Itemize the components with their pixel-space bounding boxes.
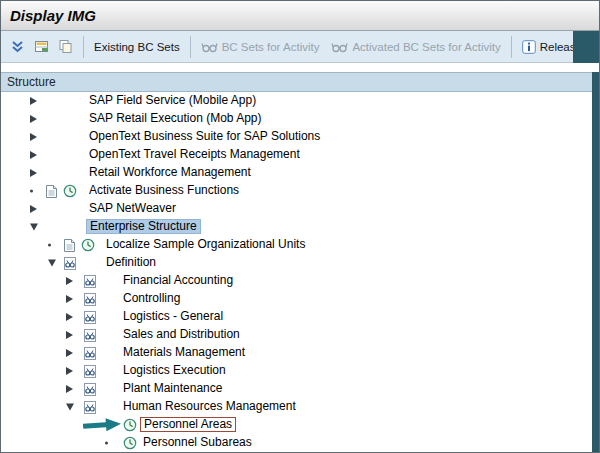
toolbar-separator: [190, 36, 191, 58]
expand-arrow-icon[interactable]: [66, 295, 73, 303]
collapse-arrow-icon[interactable]: [48, 260, 56, 267]
expand-arrow-icon[interactable]: [66, 349, 73, 357]
tree-item-label[interactable]: Sales and Distribution: [120, 327, 243, 342]
tree-item-label[interactable]: OpenText Travel Receipts Management: [86, 147, 303, 162]
document-icon[interactable]: [45, 184, 60, 199]
tree-row: SAP Field Service (Mobile App): [1, 92, 594, 110]
tree-item-label[interactable]: Localize Sample Organizational Units: [103, 237, 308, 252]
toolbar-separator: [511, 36, 512, 58]
tree-row: Personnel Subareas: [1, 434, 594, 452]
tree-item-label[interactable]: Plant Maintenance: [120, 381, 225, 396]
info-icon: [522, 40, 536, 54]
double-chevron-down-icon[interactable]: [7, 36, 28, 57]
expand-arrow-icon[interactable]: [30, 97, 37, 105]
toolbar-button-activated-bc-sets-for-activity[interactable]: Activated BC Sets for Activity: [325, 39, 506, 55]
expand-arrow-icon[interactable]: [30, 133, 37, 141]
expand-arrow-icon[interactable]: [66, 331, 73, 339]
tree-item-label[interactable]: OpenText Business Suite for SAP Solution…: [86, 129, 323, 144]
tree-row: Logistics - General: [1, 308, 594, 326]
expand-arrow-icon[interactable]: [66, 313, 73, 321]
toolbar-button-bc-sets-for-activity[interactable]: BC Sets for Activity: [195, 39, 326, 55]
toolbar-separator: [83, 36, 84, 58]
display-glasses-icon[interactable]: [83, 292, 98, 307]
img-tree: SAP Field Service (Mobile App)SAP Retail…: [1, 92, 594, 452]
tree-item-label[interactable]: Personnel Areas: [140, 417, 236, 432]
tree-row: OpenText Business Suite for SAP Solution…: [1, 128, 594, 146]
tree-item-label[interactable]: Personnel Subareas: [140, 435, 255, 450]
tree-item-label[interactable]: Human Resources Management: [120, 399, 299, 414]
img-activity-icon[interactable]: [123, 418, 138, 433]
toolbar-button-existing-bc-sets[interactable]: Existing BC Sets: [88, 39, 186, 55]
tree-row: Controlling: [1, 290, 594, 308]
tree-leaf-dot: [30, 190, 33, 193]
display-img-window: Display IMG Existing BC SetsBC Sets for …: [0, 0, 600, 453]
tree-row: Plant Maintenance: [1, 380, 594, 398]
tree-item-label[interactable]: Financial Accounting: [120, 273, 236, 288]
tree-item-label[interactable]: Enterprise Structure: [86, 219, 201, 234]
glasses-icon: [331, 41, 348, 53]
tree-row: Retail Workforce Management: [1, 164, 594, 182]
structure-panel-header: Structure: [1, 72, 594, 92]
tree-row: SAP Retail Execution (Mob App): [1, 110, 594, 128]
tree-row: Materials Management: [1, 344, 594, 362]
display-glasses-icon[interactable]: [83, 346, 98, 361]
expand-arrow-icon[interactable]: [66, 367, 73, 375]
collapse-arrow-icon[interactable]: [66, 404, 74, 411]
window-titlebar: Display IMG: [1, 1, 599, 31]
tree-row: Personnel Areas: [1, 416, 594, 434]
toolbar-button-label: Activated BC Sets for Activity: [352, 41, 500, 53]
background-window-strip: [592, 72, 599, 452]
tree-leaf-dot: [48, 244, 51, 247]
expand-arrow-icon[interactable]: [30, 169, 37, 177]
tree-row: Logistics Execution: [1, 362, 594, 380]
expand-arrow-icon[interactable]: [66, 277, 73, 285]
expand-arrow-icon[interactable]: [66, 385, 73, 393]
tree-row: SAP NetWeaver: [1, 200, 594, 218]
bc-set-icon[interactable]: [31, 36, 52, 57]
img-activity-icon[interactable]: [123, 436, 138, 451]
toolbar-button-label: Existing BC Sets: [94, 41, 180, 53]
tree-row: Human Resources Management: [1, 398, 594, 416]
display-glasses-icon[interactable]: [63, 256, 78, 271]
tree-item-label[interactable]: Retail Workforce Management: [86, 165, 254, 180]
glasses-icon: [201, 41, 218, 53]
background-window-block: [573, 31, 599, 63]
structure-panel-title: Structure: [7, 75, 56, 89]
expand-arrow-icon[interactable]: [30, 205, 37, 213]
img-activity-icon[interactable]: [63, 184, 78, 199]
tree-item-label[interactable]: Logistics - General: [120, 309, 226, 324]
display-glasses-icon[interactable]: [83, 310, 98, 325]
tree-item-label[interactable]: SAP Field Service (Mobile App): [86, 93, 259, 108]
expand-arrow-icon[interactable]: [30, 151, 37, 159]
expand-arrow-icon[interactable]: [30, 115, 37, 123]
tree-row: Localize Sample Organizational Units: [1, 236, 594, 254]
display-glasses-icon[interactable]: [83, 400, 98, 415]
document-icon[interactable]: [63, 238, 78, 253]
display-glasses-icon[interactable]: [83, 328, 98, 343]
tree-item-label[interactable]: Logistics Execution: [120, 363, 229, 378]
display-glasses-icon[interactable]: [83, 364, 98, 379]
tree-item-label[interactable]: Materials Management: [120, 345, 248, 360]
tree-row: Financial Accounting: [1, 272, 594, 290]
img-activity-icon[interactable]: [81, 238, 96, 253]
toolbar-gap: [1, 63, 599, 72]
tree-row: Sales and Distribution: [1, 326, 594, 344]
display-glasses-icon[interactable]: [83, 274, 98, 289]
annotation-arrow: [83, 417, 122, 434]
tree-item-label[interactable]: SAP Retail Execution (Mob App): [86, 111, 265, 126]
tree-item-label[interactable]: Controlling: [120, 291, 183, 306]
tree-row: OpenText Travel Receipts Management: [1, 146, 594, 164]
collapse-arrow-icon[interactable]: [30, 224, 38, 231]
tree-item-label[interactable]: SAP NetWeaver: [86, 201, 179, 216]
display-glasses-icon[interactable]: [83, 382, 98, 397]
page-title: Display IMG: [10, 7, 96, 24]
copy-icon[interactable]: [55, 36, 76, 57]
toolbar: Existing BC SetsBC Sets for ActivityActi…: [1, 31, 599, 63]
tree-item-label[interactable]: Activate Business Functions: [86, 183, 242, 198]
tree-row: Activate Business Functions: [1, 182, 594, 200]
tree-row: Enterprise Structure: [1, 218, 594, 236]
toolbar-button-label: BC Sets for Activity: [222, 41, 320, 53]
tree-row: Definition: [1, 254, 594, 272]
tree-item-label[interactable]: Definition: [103, 255, 159, 270]
tree-leaf-dot: [105, 442, 108, 445]
